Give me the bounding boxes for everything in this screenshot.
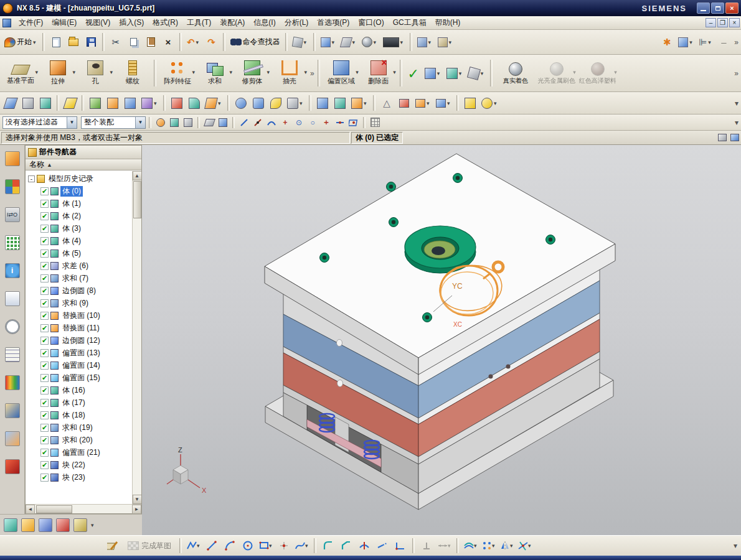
offset-region-button[interactable]: 偏置区域 ▾: [323, 57, 359, 90]
point-tool-button[interactable]: [276, 538, 292, 554]
minimize-button[interactable]: [697, 2, 710, 14]
shaded-region-button[interactable]: [203, 116, 215, 129]
shell-button[interactable]: 抽壳 ▾: [271, 57, 308, 90]
orient-view-button[interactable]: ▾: [339, 34, 359, 51]
redo-button[interactable]: ↷: [204, 34, 220, 51]
snap-point-on-curve-button[interactable]: [334, 116, 346, 129]
checkbox-icon[interactable]: ✔: [40, 337, 49, 345]
move-component-button[interactable]: ▾: [445, 65, 465, 82]
rectangle-tool-button[interactable]: ▾: [258, 538, 274, 554]
undo-button[interactable]: ↶▾: [185, 34, 202, 51]
thread-button[interactable]: 螺纹: [115, 57, 151, 90]
quick-trim-button[interactable]: [356, 538, 372, 554]
offset-curve-button[interactable]: ▾: [463, 538, 479, 554]
snap-point-settings-button[interactable]: ✱: [659, 34, 675, 51]
collapse-expander-icon[interactable]: -: [28, 175, 35, 182]
dropdown-arrow-icon[interactable]: ▾: [267, 69, 270, 75]
menu-window[interactable]: 窗口(O): [354, 16, 388, 30]
checkbox-icon[interactable]: ✔: [40, 349, 49, 357]
checkbox-icon[interactable]: ✔: [40, 212, 49, 220]
mdi-minimize-button[interactable]: –: [706, 18, 716, 27]
navigator-item[interactable]: ✔边倒圆 (8): [26, 284, 132, 297]
check-mate-button[interactable]: ✓: [405, 65, 422, 82]
checkbox-icon[interactable]: ✔: [40, 287, 49, 295]
hole-button[interactable]: 孔 ▾: [77, 57, 113, 90]
menu-analysis[interactable]: 分析(L): [280, 16, 313, 30]
export-icon[interactable]: [21, 518, 35, 532]
pattern-curve-button[interactable]: ▾: [481, 538, 497, 554]
navigator-item[interactable]: ✔偏置面 (13): [26, 347, 132, 359]
checkbox-icon[interactable]: ✔: [40, 411, 49, 419]
navigator-item[interactable]: ✔块 (22): [26, 459, 132, 471]
geometric-constraints-button[interactable]: [418, 538, 435, 554]
close-button[interactable]: ×: [725, 2, 739, 14]
menu-edit[interactable]: 编辑(E): [47, 16, 81, 30]
toolbar-overflow-icon[interactable]: »: [734, 38, 739, 47]
mirror-curve-button[interactable]: ▾: [499, 538, 515, 554]
part-navigator-header[interactable]: 部件导航器: [26, 146, 141, 159]
line-tool-button[interactable]: [204, 538, 220, 554]
groups-icon[interactable]: [5, 431, 20, 446]
mdi-close-button[interactable]: ×: [729, 18, 740, 27]
save-button[interactable]: [83, 34, 99, 51]
web-browser-icon[interactable]: [5, 291, 20, 306]
replace-face-small-button[interactable]: ▾: [139, 95, 160, 112]
synchronous-move-face-button[interactable]: [87, 95, 103, 112]
delete-button[interactable]: ×: [160, 34, 176, 51]
menu-insert[interactable]: 插入(S): [115, 16, 148, 30]
window-cascade-icon[interactable]: [39, 518, 52, 532]
navigator-item[interactable]: ✔体 (2): [26, 210, 132, 222]
system-materials-icon[interactable]: [5, 347, 20, 362]
navigator-item[interactable]: ✔求和 (20): [26, 434, 132, 446]
true-shading-button[interactable]: 真实着色: [496, 57, 536, 90]
sketch-button[interactable]: [2, 95, 19, 112]
analysis-deviation-button[interactable]: [314, 95, 331, 112]
expression-button[interactable]: [233, 95, 249, 112]
rendering-style-button[interactable]: ▾: [360, 34, 380, 51]
snap-quadrant-button[interactable]: ○: [306, 116, 319, 129]
analysis-section-button[interactable]: [332, 95, 348, 112]
mdi-restore-button[interactable]: ❐: [717, 18, 728, 27]
checkbox-icon[interactable]: ✔: [40, 299, 49, 307]
assembly-constraints-button[interactable]: ▾: [423, 65, 443, 82]
restore-button[interactable]: [711, 2, 724, 14]
checkbox-icon[interactable]: ✔: [40, 362, 49, 370]
arc-tool-button[interactable]: [222, 538, 238, 554]
delete-face-button[interactable]: 删除面 ▾: [361, 57, 397, 90]
menu-assemblies[interactable]: 装配(A): [215, 16, 249, 30]
toolbar-overflow-icon[interactable]: »: [734, 69, 739, 78]
checkbox-icon[interactable]: ✔: [40, 474, 49, 482]
snap-midpoint-button[interactable]: [252, 116, 264, 129]
checkbox-icon[interactable]: ✔: [40, 324, 49, 332]
unite-button[interactable]: 求和 ▾: [197, 57, 233, 90]
graphics-window[interactable]: YC XC Z X: [142, 145, 741, 535]
menu-format[interactable]: 格式(R): [148, 16, 182, 30]
cut-button[interactable]: ✂: [108, 34, 124, 51]
menu-information[interactable]: 信息(I): [249, 16, 280, 30]
snapshot-button[interactable]: ▾: [436, 34, 455, 51]
navigator-item[interactable]: ✔替换面 (10): [26, 309, 132, 322]
process-studio-icon[interactable]: [5, 375, 20, 390]
sketch-task-button[interactable]: [105, 538, 121, 554]
dropdown-arrow-icon[interactable]: ▾: [229, 69, 232, 75]
dialog-rail-button[interactable]: [716, 131, 729, 144]
command-finder-button[interactable]: 命令查找器: [229, 34, 282, 51]
navigator-item[interactable]: ✔替换面 (11): [26, 322, 132, 334]
edit-section-button[interactable]: [62, 95, 78, 112]
hd3d-tools-icon[interactable]: i: [5, 263, 20, 278]
scroll-left-icon[interactable]: ◄: [26, 505, 35, 514]
text-button[interactable]: ▾: [285, 95, 306, 112]
dimension-button[interactable]: ▾: [437, 538, 453, 554]
menu-view[interactable]: 视图(V): [81, 16, 115, 30]
navigator-item[interactable]: ✔偏置面 (21): [26, 446, 132, 459]
checkbox-icon[interactable]: ✔: [40, 225, 49, 233]
blank-object-button[interactable]: ▾: [479, 95, 500, 112]
vertical-scrollbar[interactable]: ▲ ▼: [132, 171, 141, 504]
navigator-item[interactable]: ✔体 (1): [26, 197, 132, 210]
scroll-up-icon[interactable]: ▲: [133, 171, 142, 180]
draft-button[interactable]: ▾: [204, 95, 224, 112]
fit-view-button[interactable]: ▾: [319, 34, 338, 51]
new-file-button[interactable]: [48, 34, 64, 51]
dropdown-arrow-icon[interactable]: ▾: [91, 522, 95, 528]
copy-button[interactable]: [125, 34, 141, 51]
